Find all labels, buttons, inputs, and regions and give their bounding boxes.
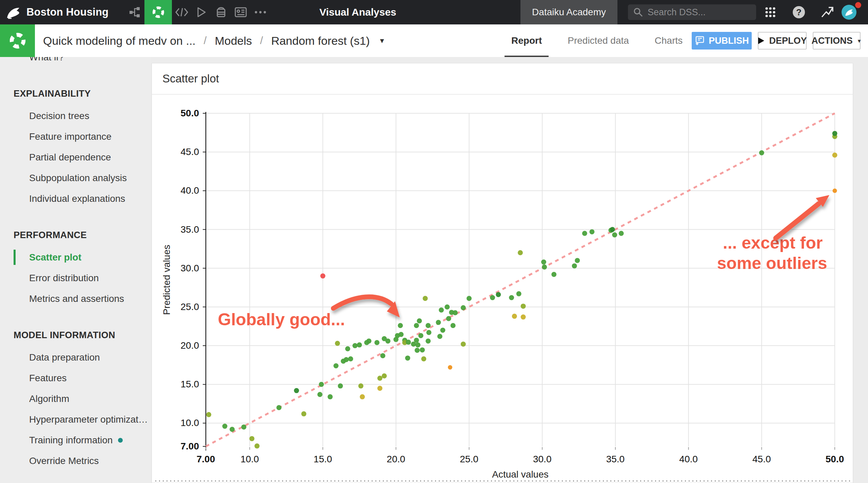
data-point[interactable] — [417, 318, 422, 324]
data-point[interactable] — [382, 373, 387, 379]
data-point[interactable] — [461, 342, 466, 347]
breadcrumb-models[interactable]: Models — [215, 34, 252, 47]
data-point[interactable] — [453, 310, 458, 315]
data-point[interactable] — [377, 386, 382, 391]
data-point[interactable] — [446, 316, 451, 321]
data-point[interactable] — [542, 265, 547, 270]
data-point[interactable] — [374, 340, 379, 345]
tab-charts[interactable]: Charts — [642, 24, 695, 57]
data-point[interactable] — [610, 227, 615, 232]
data-point[interactable] — [344, 357, 349, 362]
data-point[interactable] — [516, 291, 521, 296]
tab-report[interactable]: Report — [498, 24, 555, 57]
data-point[interactable] — [398, 323, 403, 328]
data-point[interactable] — [426, 339, 431, 344]
data-point[interactable] — [333, 363, 338, 368]
data-point[interactable] — [345, 346, 350, 351]
notebook-icon[interactable] — [231, 0, 251, 24]
data-point[interactable] — [222, 424, 228, 429]
data-point[interactable] — [335, 341, 340, 346]
data-point[interactable] — [254, 443, 259, 448]
code-icon[interactable] — [172, 0, 192, 24]
data-point[interactable] — [448, 365, 452, 370]
sidebar-item-algorithm[interactable]: Algorithm — [0, 388, 151, 409]
visual-analysis-tile-icon[interactable] — [0, 24, 35, 57]
sidebar-item-error-distribution[interactable]: Error distribution — [0, 268, 151, 288]
run-icon[interactable] — [192, 0, 211, 24]
apps-grid-icon[interactable] — [756, 0, 785, 24]
data-point[interactable] — [440, 328, 445, 333]
data-point[interactable] — [249, 436, 254, 441]
sidebar-item-decision-trees[interactable]: Decision trees — [0, 105, 151, 126]
data-point[interactable] — [320, 273, 326, 278]
data-point[interactable] — [832, 153, 837, 158]
data-point[interactable] — [437, 334, 442, 339]
data-point[interactable] — [833, 189, 837, 193]
data-point[interactable] — [509, 295, 514, 300]
data-point[interactable] — [436, 320, 441, 325]
data-point[interactable] — [317, 392, 322, 397]
data-point[interactable] — [759, 150, 764, 155]
data-point[interactable] — [418, 333, 423, 338]
sidebar-item-features[interactable]: Features — [0, 368, 151, 388]
data-point[interactable] — [521, 304, 526, 309]
data-point[interactable] — [445, 304, 450, 309]
data-point[interactable] — [541, 259, 546, 265]
data-point[interactable] — [377, 376, 382, 381]
data-point[interactable] — [367, 339, 372, 344]
data-point[interactable] — [380, 353, 385, 358]
visual-analysis-icon[interactable] — [144, 0, 172, 24]
data-point[interactable] — [414, 323, 419, 328]
data-point[interactable] — [619, 231, 624, 236]
sidebar-item-partial-dependence[interactable]: Partial dependence — [0, 147, 151, 168]
data-point[interactable] — [415, 342, 420, 347]
actions-button[interactable]: ACTIONS ▼ — [813, 32, 861, 50]
sidebar-item-override-metrics[interactable]: Override Metrics — [0, 450, 151, 471]
data-point[interactable] — [415, 348, 420, 353]
data-point[interactable] — [490, 295, 495, 300]
data-point[interactable] — [589, 229, 594, 234]
sidebar-item-subpopulation-analysis[interactable]: Subpopulation analysis — [0, 168, 151, 188]
data-point[interactable] — [319, 382, 324, 387]
data-point[interactable] — [398, 332, 403, 337]
data-point[interactable] — [612, 232, 617, 237]
data-point[interactable] — [328, 394, 333, 399]
sidebar-item-scatter-plot[interactable]: Scatter plot — [0, 247, 151, 268]
sidebar-item-data-preparation[interactable]: Data preparation — [0, 347, 151, 368]
trend-icon[interactable] — [813, 0, 842, 24]
breadcrumb-analysis[interactable]: Quick modeling of medv on ... — [43, 34, 196, 47]
avatar[interactable] — [842, 0, 862, 24]
data-point[interactable] — [461, 305, 466, 310]
data-point[interactable] — [521, 314, 526, 320]
data-point[interactable] — [832, 131, 837, 136]
more-icon[interactable] — [251, 0, 270, 24]
data-point[interactable] — [241, 424, 246, 429]
flow-icon[interactable] — [125, 0, 144, 24]
data-point[interactable] — [360, 394, 365, 399]
data-point[interactable] — [348, 356, 353, 361]
data-point[interactable] — [406, 340, 411, 345]
search-box[interactable] — [628, 4, 756, 20]
data-point[interactable] — [276, 405, 281, 410]
tab-predicted-data[interactable]: Predicted data — [555, 24, 642, 57]
project-name[interactable]: Boston Housing — [26, 6, 108, 18]
academy-tab[interactable]: Dataiku Academy — [520, 0, 617, 24]
breadcrumb-model[interactable]: Random forest (s1) — [271, 34, 370, 47]
data-point[interactable] — [496, 292, 501, 297]
sidebar-item-hyperparameter-optimizat-[interactable]: Hyperparameter optimizat… — [0, 409, 151, 430]
data-point[interactable] — [357, 342, 362, 347]
data-point[interactable] — [439, 308, 444, 313]
sidebar-item-feature-importance[interactable]: Feature importance — [0, 126, 151, 147]
data-point[interactable] — [423, 296, 428, 301]
dataiku-bird-logo[interactable] — [0, 0, 26, 24]
search-input[interactable] — [648, 7, 768, 18]
data-point[interactable] — [551, 272, 556, 277]
data-point[interactable] — [421, 356, 426, 361]
data-point[interactable] — [358, 383, 363, 388]
publish-button[interactable]: PUBLISH — [692, 32, 752, 50]
data-point[interactable] — [467, 296, 472, 301]
data-point[interactable] — [294, 388, 299, 393]
sidebar-item-metrics-and-assertions[interactable]: Metrics and assertions — [0, 288, 151, 309]
data-point[interactable] — [353, 343, 358, 348]
sidebar-item-individual-explanations[interactable]: Individual explanations — [0, 188, 151, 209]
